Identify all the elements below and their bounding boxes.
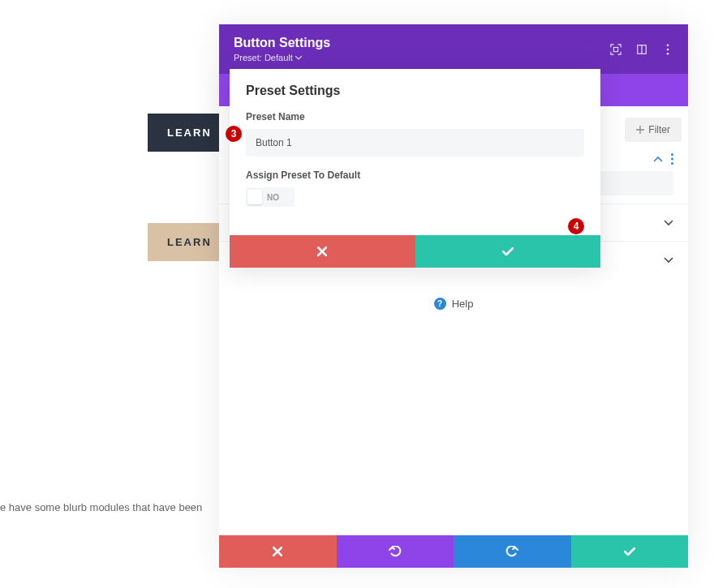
bg-tan-button: LEARN: [148, 223, 221, 261]
help-row[interactable]: ? Help: [219, 278, 688, 329]
callout-3: 3: [226, 126, 242, 142]
preset-modal-body: Preset Settings Preset Name Assign Prese…: [230, 69, 600, 222]
toggle-knob: [247, 190, 262, 204]
kebab-menu-icon[interactable]: [662, 44, 673, 55]
filter-button[interactable]: Filter: [625, 118, 682, 142]
plus-icon: [636, 126, 644, 134]
kebab-icon[interactable]: [671, 153, 673, 165]
svg-point-7: [671, 158, 673, 161]
svg-point-6: [671, 153, 673, 156]
chevron-up-icon[interactable]: [653, 156, 663, 162]
check-icon: [624, 547, 635, 556]
check-icon: [502, 247, 514, 256]
redo-icon: [505, 546, 518, 557]
toggle-text: NO: [267, 193, 279, 202]
close-icon: [317, 247, 327, 256]
svg-rect-0: [613, 47, 617, 51]
redo-button[interactable]: [454, 535, 571, 568]
bg-dark-button: LEARN: [148, 114, 221, 152]
assign-toggle[interactable]: NO: [246, 187, 295, 207]
panel-header-left: Button Settings Preset: Default: [234, 36, 330, 62]
panel-header: Button Settings Preset: Default: [219, 24, 688, 74]
undo-icon: [389, 546, 402, 557]
preset-modal: Preset Settings Preset Name Assign Prese…: [230, 69, 600, 268]
panel-title: Button Settings: [234, 36, 330, 50]
svg-point-4: [667, 48, 669, 50]
chevron-down-icon: [664, 257, 673, 264]
chevron-down-icon: [295, 56, 302, 60]
panel-subtitle-text: Preset: Default: [234, 53, 293, 62]
filter-row: Filter: [625, 118, 682, 142]
save-button[interactable]: [571, 535, 689, 568]
close-icon: [273, 547, 282, 556]
callout-4: 4: [568, 218, 584, 234]
preset-assign-label: Assign Preset To Default: [246, 170, 584, 181]
filter-button-label: Filter: [648, 124, 670, 135]
preset-heading: Preset Settings: [246, 84, 584, 98]
bg-paragraph: e have some blurb modules that have been: [0, 501, 202, 513]
preset-dropdown[interactable]: Preset: Default: [234, 53, 330, 62]
expand-icon[interactable]: [610, 44, 622, 55]
text-row-icons: [653, 153, 673, 165]
preset-actions: [230, 235, 600, 268]
svg-point-5: [667, 52, 669, 54]
chevron-down-icon: [664, 220, 673, 226]
svg-point-3: [667, 44, 669, 46]
preset-cancel-button[interactable]: [230, 235, 415, 268]
bottom-bar: [219, 535, 688, 568]
preset-name-input[interactable]: [246, 129, 584, 157]
panel-header-icons: [610, 44, 673, 55]
help-label: Help: [452, 298, 474, 310]
help-icon: ?: [434, 298, 446, 310]
undo-button[interactable]: [337, 535, 454, 568]
preset-name-label: Preset Name: [246, 111, 584, 122]
svg-point-8: [671, 162, 673, 165]
cancel-button[interactable]: [219, 535, 337, 568]
preset-confirm-button[interactable]: [415, 235, 601, 268]
grid-icon[interactable]: [636, 44, 647, 55]
